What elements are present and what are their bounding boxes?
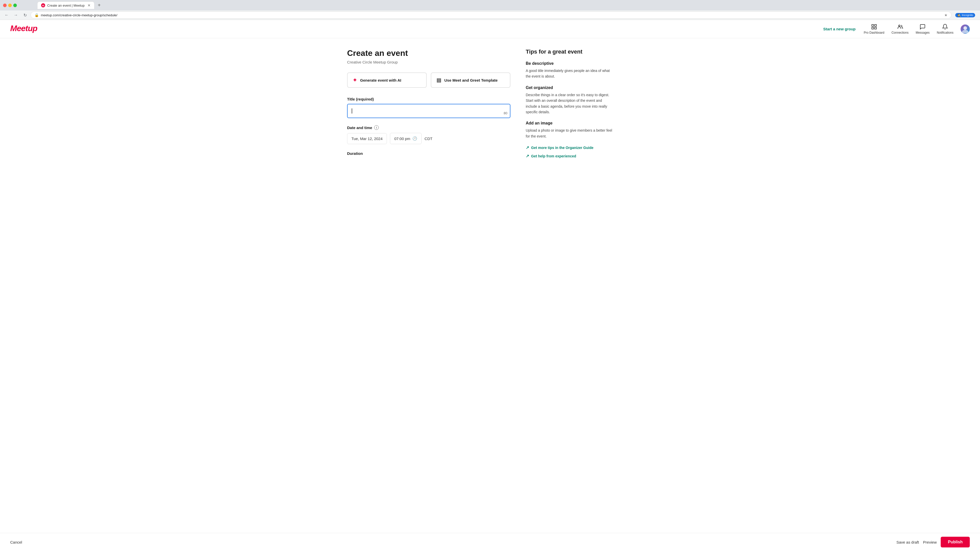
external-link-icon-2: ↗ [526,154,529,159]
svg-rect-3 [872,27,873,29]
connections-label: Connections [891,31,908,35]
svg-text:Meetup: Meetup [10,24,37,33]
use-template-label: Use Meet and Greet Template [444,78,498,83]
date-picker[interactable]: Tue, Mar 12, 2024 [347,133,387,144]
new-tab-button[interactable]: + [95,2,103,9]
main-content: Create an event Creative Circle Meetup G… [337,38,643,183]
date-time-label-text: Date and time [347,125,372,130]
nav-right-section: Start a new group Pro Dashboard Connecti… [823,24,970,35]
svg-point-5 [899,25,900,27]
use-template-button[interactable]: ▤ Use Meet and Greet Template [431,73,511,88]
organizer-guide-link[interactable]: ↗ Get more tips in the Organizer Guide [526,145,612,150]
address-bar[interactable]: 🔒 meetup.com/creative-circle-meetup-grou… [30,11,951,19]
time-value: 07:00 pm [394,137,410,141]
logo-svg: Meetup [10,23,41,33]
timezone-label: CDT [425,137,433,141]
meetup-logo[interactable]: Meetup [10,23,41,35]
profile-button[interactable]: 🕵 Incognito [962,11,969,19]
back-button[interactable]: ← [3,11,10,19]
tips-heading: Tips for a great event [526,48,612,55]
title-field-group: Title (required) 80 [347,97,511,118]
tab-close-button[interactable]: ✕ [88,3,91,7]
time-picker[interactable]: 07:00 pm 🕐 [390,133,422,144]
tip-be-descriptive: Be descriptive A good title immediately … [526,61,612,79]
tip3-body: Upload a photo or image to give members … [526,127,612,139]
tip-get-organized: Get organized Describe things in a clear… [526,86,612,115]
tip2-title: Get organized [526,86,612,90]
nav-icon-group: Pro Dashboard Connections Messages [864,24,970,35]
title-input-display[interactable] [347,104,511,118]
tips-section: Tips for a great event Be descriptive A … [526,48,612,162]
get-help-label: Get help from experienced [531,154,576,158]
main-navigation: Meetup Start a new group Pro Dashboard [0,20,980,38]
svg-rect-4 [875,27,877,29]
tip1-body: A good title immediately gives people an… [526,68,612,79]
refresh-button[interactable]: ↻ [21,11,29,19]
ai-sparkle-icon: ✦ [353,77,357,83]
messages-nav-item[interactable]: Messages [916,24,930,35]
generate-ai-button[interactable]: ✦ Generate event with AI [347,73,427,88]
close-button[interactable] [3,3,6,7]
user-avatar[interactable] [961,24,970,34]
template-buttons-group: ✦ Generate event with AI ▤ Use Meet and … [347,73,511,88]
tab-title: Create an event | Meetup [47,3,84,7]
duration-label: Duration [347,151,511,156]
duration-group: Duration [347,151,511,156]
tip3-title: Add an image [526,121,612,125]
browser-titlebar: m Create an event | Meetup ✕ + [0,0,980,11]
title-input-wrapper: 80 [347,104,511,118]
tab-bar: m Create an event | Meetup ✕ + [34,2,106,9]
browser-toolbar-icons: ⧉ 🕵 Incognito ⋮ [953,11,977,19]
minimize-button[interactable] [8,3,12,7]
window-controls [3,3,17,7]
date-time-row: Tue, Mar 12, 2024 07:00 pm 🕐 CDT [347,133,511,144]
notifications-icon [942,24,948,30]
pro-dashboard-icon [871,24,877,30]
external-link-icon: ↗ [526,145,529,150]
active-tab[interactable]: m Create an event | Meetup ✕ [37,2,94,9]
generate-ai-label: Generate event with AI [360,78,401,83]
maximize-button[interactable] [13,3,17,7]
notifications-nav-item[interactable]: Notifications [937,24,953,35]
menu-button[interactable]: ⋮ [970,11,977,19]
messages-label: Messages [916,31,930,35]
notifications-label: Notifications [937,31,953,35]
title-field-label: Title (required) [347,97,511,101]
event-form-section: Create an event Creative Circle Meetup G… [347,48,511,162]
tip2-body: Describe things in a clear order so it's… [526,92,612,115]
info-icon[interactable]: i [374,125,379,130]
date-time-group: Date and time i Tue, Mar 12, 2024 07:00 … [347,125,511,144]
template-icon: ▤ [436,77,441,83]
organizer-guide-label: Get more tips in the Organizer Guide [531,146,593,150]
pro-dashboard-label: Pro Dashboard [864,31,884,35]
svg-rect-1 [872,24,873,26]
messages-icon [920,24,926,30]
text-cursor [352,108,352,114]
clock-icon: 🕐 [412,136,417,141]
tip-add-image: Add an image Upload a photo or image to … [526,121,612,139]
date-time-label-group: Date and time i [347,125,511,130]
svg-rect-2 [875,24,877,26]
page-title: Create an event [347,48,511,58]
group-name: Creative Circle Meetup Group [347,60,511,64]
connections-nav-item[interactable]: Connections [891,24,908,35]
avatar-image [961,24,970,34]
connections-icon [897,24,903,30]
svg-point-6 [963,26,967,30]
pro-dashboard-nav-item[interactable]: Pro Dashboard [864,24,884,35]
tip1-title: Be descriptive [526,61,612,66]
forward-button[interactable]: → [12,11,19,19]
browser-chrome: m Create an event | Meetup ✕ + ← → ↻ 🔒 m… [0,0,980,20]
tab-favicon: m [41,3,45,7]
url-text: meetup.com/creative-circle-meetup-group/… [41,13,942,17]
get-help-link[interactable]: ↗ Get help from experienced [526,154,612,159]
address-bar-row: ← → ↻ 🔒 meetup.com/creative-circle-meetu… [0,11,980,20]
start-new-group-link[interactable]: Start a new group [823,27,856,31]
